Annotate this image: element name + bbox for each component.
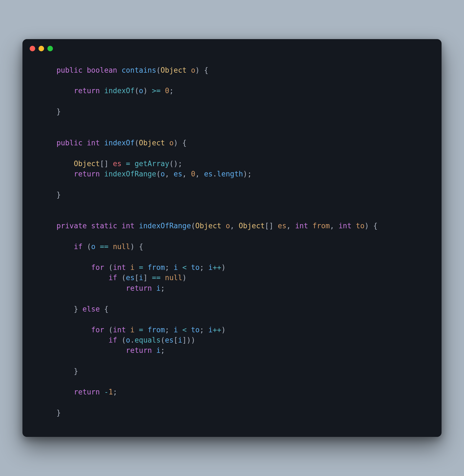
- code-token: [351, 222, 356, 230]
- code-token: es: [174, 170, 182, 178]
- code-token: [187, 326, 191, 334]
- code-token: return: [74, 87, 100, 95]
- code-token: [83, 139, 87, 147]
- code-token: {: [139, 242, 143, 251]
- code-token: o: [160, 170, 165, 178]
- code-token: from: [147, 263, 165, 272]
- code-token: [143, 326, 148, 334]
- close-icon[interactable]: [30, 46, 35, 51]
- code-token: [: [134, 274, 139, 282]
- code-token: [108, 242, 113, 251]
- code-token: [39, 305, 74, 313]
- code-token: indexOfRange: [139, 222, 191, 230]
- code-token: [100, 388, 104, 396]
- code-token: i: [174, 263, 178, 272]
- code-token: [369, 222, 373, 230]
- code-token: <: [182, 326, 187, 334]
- code-token: ,: [330, 222, 338, 230]
- code-token: to: [191, 263, 200, 272]
- code-token: i: [130, 326, 135, 334]
- code-token: ++: [213, 263, 221, 272]
- code-token: [39, 409, 57, 417]
- code-token: .: [213, 170, 217, 178]
- code-token: indexOf: [104, 139, 135, 147]
- code-token: ;: [160, 346, 165, 355]
- code-token: >=: [152, 87, 160, 95]
- code-token: ): [174, 139, 178, 147]
- code-token: null: [165, 274, 182, 282]
- code-token: o: [91, 242, 96, 251]
- code-token: indexOfRange: [104, 170, 156, 178]
- code-token: ): [130, 242, 135, 251]
- code-token: [147, 274, 152, 282]
- code-token: ,: [165, 170, 174, 178]
- code-token: ): [221, 263, 226, 272]
- code-token: [100, 87, 104, 95]
- code-token: {: [182, 139, 187, 147]
- code-token: o: [191, 66, 195, 74]
- code-token: }: [57, 409, 61, 417]
- code-token: ();: [169, 159, 182, 168]
- code-token: ,: [230, 222, 239, 230]
- code-token: (: [134, 139, 139, 147]
- code-token: [200, 66, 204, 74]
- code-token: if: [74, 242, 82, 251]
- code-token: i: [208, 326, 213, 334]
- code-token: [39, 367, 74, 375]
- zoom-icon[interactable]: [47, 46, 53, 51]
- code-token: [126, 326, 130, 334]
- code-token: return: [74, 388, 100, 396]
- code-token: if: [108, 274, 117, 282]
- code-token: [178, 139, 182, 147]
- code-token: i: [130, 263, 135, 272]
- code-token: public: [57, 66, 83, 74]
- code-token: [39, 263, 91, 272]
- code-token: ;: [113, 388, 117, 396]
- code-token: [96, 242, 100, 251]
- code-token: [87, 222, 91, 230]
- code-token: for: [91, 263, 104, 272]
- code-token: int: [87, 139, 100, 147]
- code-token: .: [130, 336, 135, 344]
- code-token: o: [126, 336, 130, 344]
- code-token: [39, 222, 57, 230]
- code-token: null: [113, 242, 130, 251]
- code-token: [39, 107, 57, 116]
- code-token: [39, 336, 108, 344]
- code-token: [130, 159, 135, 168]
- code-token: [165, 139, 169, 147]
- code-token: ): [182, 274, 187, 282]
- code-token: (: [156, 170, 161, 178]
- code-token: getArray: [134, 159, 169, 168]
- minimize-icon[interactable]: [39, 46, 44, 51]
- code-token: }: [57, 191, 61, 199]
- code-token: ): [195, 66, 200, 74]
- code-token: [160, 87, 165, 95]
- code-token: [134, 222, 139, 230]
- code-token: [39, 170, 74, 178]
- code-token: to: [191, 326, 200, 334]
- stage: public boolean contains(Object o) { retu…: [0, 0, 464, 476]
- code-token: [39, 159, 74, 168]
- window-titlebar: [22, 39, 442, 54]
- code-token: ;: [169, 87, 174, 95]
- code-token: [187, 66, 191, 74]
- code-token: ;: [160, 284, 165, 292]
- code-token: [100, 139, 104, 147]
- code-token: =: [139, 326, 143, 334]
- code-token: [39, 139, 57, 147]
- code-token: [: [174, 336, 178, 344]
- code-token: else: [83, 305, 100, 313]
- code-token: [121, 159, 126, 168]
- code-token: 0: [165, 87, 169, 95]
- code-token: }: [74, 305, 78, 313]
- code-token: es: [113, 159, 121, 168]
- code-token: [117, 336, 122, 344]
- code-token: [39, 87, 74, 95]
- code-token: indexOf: [104, 87, 135, 95]
- code-token: equals: [134, 336, 160, 344]
- code-token: [39, 191, 57, 199]
- code-token: Object: [139, 139, 165, 147]
- code-token: [152, 284, 156, 292]
- code-token: length: [217, 170, 243, 178]
